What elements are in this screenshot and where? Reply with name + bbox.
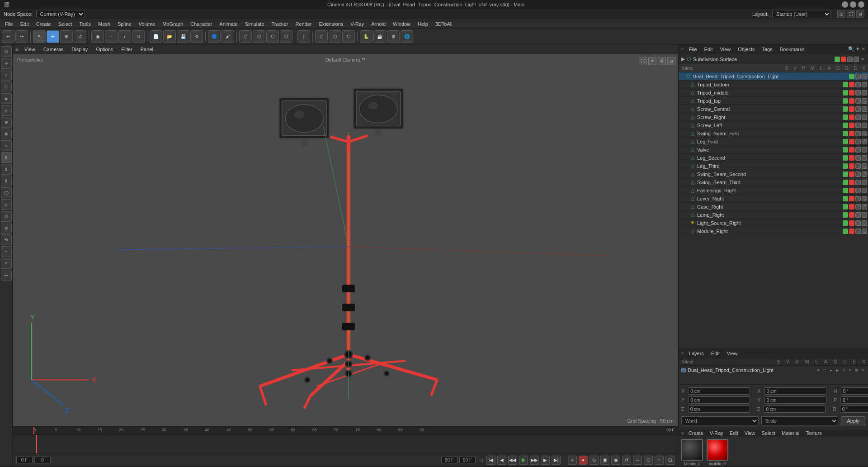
- extrude-tool[interactable]: ⬡: [253, 30, 265, 43]
- layer-ctrl-4[interactable]: ▶: [835, 367, 840, 373]
- z-pos-input[interactable]: [688, 405, 750, 413]
- timeline-ruler[interactable]: 0 5 10 15 20 25 30 35 40 45 50 55 60 65 …: [13, 427, 678, 435]
- loop-button[interactable]: ↺: [622, 456, 631, 465]
- obj-row-6[interactable]: △Screw_Left: [679, 121, 868, 129]
- obj-menu-bookmarks[interactable]: Bookmarks: [778, 47, 807, 52]
- preferences[interactable]: ⚙: [387, 30, 400, 43]
- menu-mesh[interactable]: Mesh: [95, 20, 113, 28]
- world-select[interactable]: World: [681, 416, 759, 425]
- layout-icon3[interactable]: ⊞: [856, 10, 864, 18]
- coffee[interactable]: ☕: [373, 30, 386, 43]
- obj-close-icon[interactable]: ✕: [861, 46, 865, 52]
- layer-ctrl-2[interactable]: □: [822, 367, 827, 373]
- node-space-select[interactable]: Current (V-Ray): [36, 10, 85, 18]
- vp-menu-options[interactable]: Options: [94, 46, 115, 53]
- object-mode[interactable]: ◉: [91, 30, 104, 43]
- left-tool-10[interactable]: S: [1, 152, 12, 163]
- left-tool-1[interactable]: ⬡: [1, 46, 12, 57]
- undo-button[interactable]: ↩: [2, 30, 14, 43]
- obj-gray-dot-4-0[interactable]: [855, 106, 861, 112]
- sculpt[interactable]: ⬡: [329, 30, 341, 43]
- vp-ctrl-camera[interactable]: ↺: [648, 57, 656, 65]
- next-frame-button[interactable]: ▶: [541, 456, 550, 465]
- menu-tracker[interactable]: Tracker: [269, 20, 292, 28]
- obj-green-dot-8[interactable]: [843, 139, 848, 144]
- obj-row-13[interactable]: △Swing_Beam_Third: [679, 178, 868, 186]
- autokey-button[interactable]: ⊙: [590, 456, 599, 465]
- left-tool-6[interactable]: △: [1, 105, 12, 116]
- scale-tool[interactable]: ⊞: [60, 30, 73, 43]
- obj-gray-dot-9-1[interactable]: [862, 147, 867, 152]
- obj-green-dot-0[interactable]: [849, 74, 854, 79]
- obj-gray-dot-0-0[interactable]: [855, 74, 861, 79]
- vp-menu-cameras[interactable]: Cameras: [41, 46, 66, 53]
- xpresso[interactable]: ⬡: [342, 30, 355, 43]
- vp-ctrl-fit[interactable]: ⊡: [667, 57, 675, 65]
- obj-gray-dot-1-1[interactable]: [862, 82, 867, 87]
- play-reverse-button[interactable]: ◀◀: [508, 456, 517, 465]
- spline-wrap[interactable]: ⬡: [280, 30, 292, 43]
- obj-row-2[interactable]: △Tripod_middle: [679, 89, 868, 97]
- obj-row-12[interactable]: △Swing_Beam_Second: [679, 170, 868, 178]
- obj-row-18[interactable]: ☀Light_Source_Right: [679, 219, 868, 227]
- obj-green-dot-16[interactable]: [843, 204, 848, 210]
- frame-end-right[interactable]: 90 F: [459, 457, 476, 463]
- obj-green-dot-2[interactable]: [843, 90, 848, 95]
- key-all[interactable]: ◉: [611, 456, 620, 465]
- menu-extensions[interactable]: Extensions: [316, 20, 346, 28]
- menu-tools[interactable]: Tools: [76, 20, 94, 28]
- timeline-btn[interactable]: |: [297, 30, 310, 43]
- left-tool-13[interactable]: ◯: [1, 187, 12, 198]
- menu-simulate[interactable]: Simulate: [242, 20, 268, 28]
- obj-red-dot-11[interactable]: [849, 163, 854, 169]
- layer-ctrl-8[interactable]: ✕: [860, 367, 865, 373]
- obj-red-dot-15[interactable]: [849, 196, 854, 201]
- layer-view[interactable]: ≡: [655, 456, 664, 465]
- mat-menu-vray[interactable]: V-Ray: [708, 430, 725, 436]
- obj-red-dot-10[interactable]: [849, 155, 854, 161]
- move-tool[interactable]: ✛: [47, 30, 59, 43]
- frame-cols[interactable]: ⊡: [665, 456, 675, 465]
- obj-green-dot-12[interactable]: [843, 172, 848, 177]
- obj-gray-dot-13-0[interactable]: [855, 180, 861, 185]
- point-mode[interactable]: ·: [105, 30, 118, 43]
- subdiv-render-dot[interactable]: [841, 57, 846, 62]
- obj-row-9[interactable]: △Valve: [679, 146, 868, 154]
- obj-green-dot-19[interactable]: [843, 229, 848, 234]
- apply-button[interactable]: Apply: [841, 416, 865, 425]
- new-scene[interactable]: 📄: [150, 30, 162, 43]
- obj-gray-dot-10-1[interactable]: [862, 155, 867, 161]
- obj-gray-dot-18-0[interactable]: [855, 220, 861, 226]
- paint-tool[interactable]: 🖌: [222, 30, 234, 43]
- obj-red-dot-17[interactable]: [849, 212, 854, 218]
- obj-row-11[interactable]: △Leg_Third: [679, 162, 868, 170]
- live-select-tool[interactable]: ↖: [33, 30, 46, 43]
- obj-gray-dot-14-0[interactable]: [855, 188, 861, 193]
- obj-row-7[interactable]: △Swing_Beam_First: [679, 129, 868, 138]
- obj-red-dot-2[interactable]: [849, 90, 854, 95]
- left-tool-16[interactable]: ⊘: [1, 223, 12, 234]
- obj-gray-dot-11-1[interactable]: [862, 163, 867, 169]
- obj-gray-dot-19-1[interactable]: [862, 229, 867, 234]
- menu-create[interactable]: Create: [33, 20, 54, 28]
- left-tool-3[interactable]: ○: [1, 70, 12, 81]
- obj-red-dot-5[interactable]: [849, 114, 854, 120]
- vp-menu-display[interactable]: Display: [69, 46, 90, 53]
- obj-red-dot-9[interactable]: [849, 147, 854, 152]
- obj-green-dot-14[interactable]: [843, 188, 848, 193]
- menu-character[interactable]: Character: [187, 20, 215, 28]
- obj-red-dot-19[interactable]: [849, 229, 854, 234]
- vertex-paint[interactable]: ⬡: [315, 30, 328, 43]
- obj-row-1[interactable]: △Tripod_bottom: [679, 81, 868, 89]
- edge-mode[interactable]: /: [118, 30, 131, 43]
- motion-record[interactable]: ▣: [600, 456, 609, 465]
- subdiv-vis-dot[interactable]: [835, 57, 840, 62]
- obj-filter-icon[interactable]: ▼: [855, 46, 860, 52]
- obj-green-dot-13[interactable]: [843, 180, 848, 185]
- menu-edit[interactable]: Edit: [17, 20, 32, 28]
- menu-mograph[interactable]: MoGraph: [159, 20, 186, 28]
- obj-menu-edit[interactable]: Edit: [702, 47, 715, 52]
- record-button[interactable]: ●: [568, 456, 577, 465]
- menu-select[interactable]: Select: [55, 20, 75, 28]
- obj-red-dot-12[interactable]: [849, 172, 854, 177]
